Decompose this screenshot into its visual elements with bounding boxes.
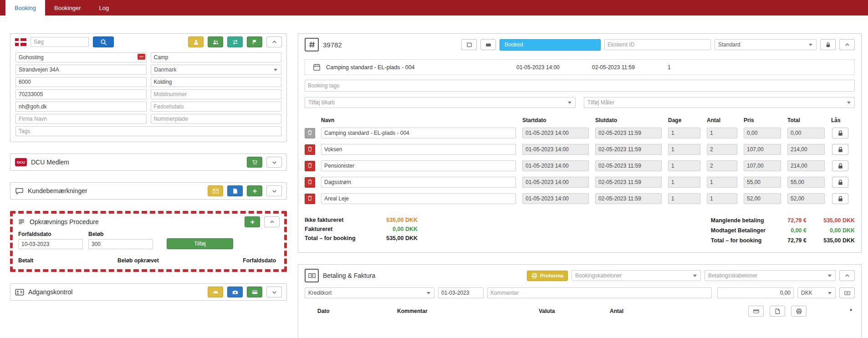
customer-category-field[interactable] xyxy=(151,52,282,62)
lock-line-button[interactable] xyxy=(832,160,848,171)
tab-log[interactable]: Log xyxy=(90,0,118,15)
notes-mail-button[interactable] xyxy=(208,185,223,196)
line-name-input[interactable] xyxy=(321,128,516,138)
status-badge[interactable]: Booked xyxy=(500,39,601,51)
payment-method-select[interactable]: Kreditkort xyxy=(305,287,434,298)
delete-line-button[interactable] xyxy=(305,177,315,188)
line-qty-input[interactable] xyxy=(707,177,737,188)
invoice-document-button[interactable] xyxy=(770,306,785,317)
access-vehicle-button[interactable] xyxy=(208,287,223,297)
lock-booking-button[interactable] xyxy=(820,39,836,50)
line-days-input[interactable] xyxy=(668,177,700,188)
collapse-payment-button[interactable] xyxy=(839,270,855,281)
tab-booking[interactable]: Booking xyxy=(5,0,45,15)
proforma-button[interactable]: Proforma xyxy=(527,271,568,281)
line-end-input[interactable] xyxy=(595,193,662,204)
customer-tags-field[interactable] xyxy=(15,126,281,136)
line-price-input[interactable] xyxy=(744,193,781,204)
booked-unit-row[interactable]: Camping standard - EL-plads - 004 01-05-… xyxy=(305,59,855,75)
register-payment-button[interactable] xyxy=(839,287,855,298)
line-start-input[interactable] xyxy=(522,160,589,171)
customer-name-field[interactable] xyxy=(15,52,147,62)
line-end-input[interactable] xyxy=(595,144,662,155)
due-date-input[interactable] xyxy=(18,239,83,249)
template-select[interactable]: Standard xyxy=(715,39,817,50)
line-end-input[interactable] xyxy=(595,177,662,188)
payment-amount-input[interactable] xyxy=(717,287,794,298)
lock-line-button[interactable] xyxy=(832,128,848,138)
line-days-input[interactable] xyxy=(668,160,700,171)
collapse-customer-button[interactable] xyxy=(266,36,282,47)
amount-input[interactable] xyxy=(88,239,153,249)
transfer-button[interactable] xyxy=(227,36,243,47)
customer-plate-field[interactable] xyxy=(151,114,282,124)
line-name-input[interactable] xyxy=(321,193,516,204)
flag-button[interactable] xyxy=(247,36,262,47)
line-qty-input[interactable] xyxy=(707,193,737,204)
line-total-input[interactable] xyxy=(787,177,825,188)
line-qty-input[interactable] xyxy=(707,128,737,138)
line-name-input[interactable] xyxy=(321,177,516,188)
expand-notes-button[interactable] xyxy=(266,185,282,196)
booking-tags-input[interactable] xyxy=(305,80,855,92)
customer-country-select[interactable]: Danmark xyxy=(151,65,282,75)
line-total-input[interactable] xyxy=(787,128,825,138)
customer-mobile-field[interactable] xyxy=(151,89,282,99)
currency-select[interactable]: DKK xyxy=(797,287,836,298)
lock-line-button[interactable] xyxy=(832,177,848,188)
line-name-input[interactable] xyxy=(321,160,516,171)
payment-date-input[interactable] xyxy=(438,287,484,298)
customer-birthdate-field[interactable] xyxy=(151,102,282,112)
add-collection-button[interactable]: Tilføj xyxy=(167,238,233,249)
line-qty-input[interactable] xyxy=(707,160,737,171)
collection-add-button[interactable] xyxy=(245,216,260,227)
booking-templates-select[interactable]: Bookingskabeloner xyxy=(572,270,701,281)
person-button[interactable] xyxy=(188,36,204,47)
line-days-input[interactable] xyxy=(668,128,700,138)
meter-select[interactable]: Tilføj Måler xyxy=(584,97,855,108)
notes-add-button[interactable] xyxy=(247,185,262,196)
customer-email-field[interactable] xyxy=(15,102,147,112)
line-start-input[interactable] xyxy=(522,177,589,188)
expand-access-button[interactable] xyxy=(266,287,282,297)
card-payment-button[interactable] xyxy=(748,306,764,317)
expand-dcu-button[interactable] xyxy=(266,157,282,168)
external-id-input[interactable] xyxy=(604,39,711,50)
delete-line-button[interactable] xyxy=(305,128,315,138)
line-days-input[interactable] xyxy=(668,193,700,204)
popup-button[interactable] xyxy=(461,39,477,50)
line-price-input[interactable] xyxy=(744,128,781,138)
lock-line-button[interactable] xyxy=(832,144,848,155)
line-end-input[interactable] xyxy=(595,128,662,138)
line-total-input[interactable] xyxy=(787,144,825,155)
access-card-button[interactable] xyxy=(247,287,262,297)
line-price-input[interactable] xyxy=(744,160,781,171)
print-button[interactable] xyxy=(791,306,807,317)
group-button[interactable] xyxy=(208,36,223,47)
collapse-booking-button[interactable] xyxy=(839,39,855,50)
line-price-input[interactable] xyxy=(744,177,781,188)
access-camera-button[interactable] xyxy=(227,287,243,297)
line-start-input[interactable] xyxy=(522,193,589,204)
line-days-input[interactable] xyxy=(668,144,700,155)
tab-bookinger[interactable]: Bookinger xyxy=(45,0,90,15)
customer-phone-field[interactable] xyxy=(15,89,147,99)
line-name-input[interactable] xyxy=(321,144,516,155)
contact-menu-icon[interactable] xyxy=(138,54,145,60)
delete-line-button[interactable] xyxy=(305,144,315,155)
payment-templates-select[interactable]: Betalingsskabeloner xyxy=(705,270,836,281)
delete-line-button[interactable] xyxy=(305,194,315,204)
line-price-input[interactable] xyxy=(744,144,781,155)
line-start-input[interactable] xyxy=(522,144,589,155)
delete-line-button[interactable] xyxy=(305,161,315,171)
customer-address-field[interactable] xyxy=(15,65,147,75)
line-end-input[interactable] xyxy=(595,160,662,171)
addon-select[interactable]: Tilføj tilkøb xyxy=(305,97,576,108)
collapse-collection-button[interactable] xyxy=(264,216,280,227)
line-qty-input[interactable] xyxy=(707,144,737,155)
customer-search-input[interactable] xyxy=(31,37,89,47)
payment-comment-input[interactable] xyxy=(487,287,712,298)
line-total-input[interactable] xyxy=(787,193,825,204)
keycard-button[interactable] xyxy=(480,39,496,50)
customer-city-field[interactable] xyxy=(151,77,282,87)
